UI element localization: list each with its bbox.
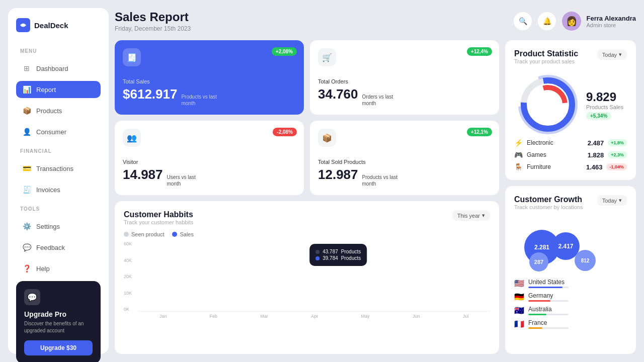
y-label: 40K: [124, 258, 132, 263]
feedback-icon: 💬: [22, 243, 31, 251]
report-icon: 📊: [22, 85, 31, 94]
stat-card-visitor: -2,08% 👥 Visitor 14.987 Users vs last mo…: [115, 121, 304, 195]
bubble-label: 2.417: [558, 243, 573, 250]
y-label: 10K: [124, 291, 132, 296]
menu-label: MENU: [20, 48, 101, 54]
header-left: Sales Report Friday, December 15th 2023: [115, 10, 191, 32]
sidebar-item-label: Help: [36, 265, 50, 273]
notification-button[interactable]: 🔔: [538, 12, 556, 30]
country-name: Australia: [528, 306, 569, 313]
category-label: Games: [527, 151, 546, 158]
chart-dropdown[interactable]: This year ▾: [452, 210, 490, 221]
app-container: DealDeck MENU ⊞ Dashboard 📊 Report 📦 Pro…: [0, 0, 644, 362]
y-axis: 60K 40K 20K 10K 0K: [124, 241, 134, 312]
panel-header: Product Statistic Track your product sal…: [514, 49, 627, 70]
stat-value: 34.760: [318, 86, 358, 102]
category-value: 1.463: [586, 163, 603, 171]
sidebar-item-label: Dashboard: [36, 65, 68, 72]
sales-icon: 🧾: [123, 48, 141, 66]
stat-value-row: $612.917 Products vs last month: [123, 86, 296, 107]
product-stat-furniture: 🪑 Furniture 1.463 -1,04%: [514, 163, 627, 171]
sidebar-item-consumer[interactable]: 👤 Consumer: [16, 123, 101, 140]
x-label: Feb: [210, 314, 218, 319]
avatar: 👩: [562, 12, 581, 31]
category-label: Furniture: [527, 163, 551, 170]
page-date: Friday, December 15th 2023: [115, 25, 191, 32]
stat-sub: Products vs last month: [362, 174, 403, 187]
customer-growth-card: Customer Growth Track customer by locati…: [505, 186, 636, 354]
chart-sub: Track your customer habbits: [124, 219, 193, 225]
sidebar-item-label: Report: [36, 86, 56, 94]
sidebar-item-products[interactable]: 📦 Products: [16, 102, 101, 119]
tooltip-label-2: Products: [341, 255, 361, 261]
sidebar-item-label: Invoices: [36, 186, 60, 194]
legend-label: Seen product: [131, 231, 164, 237]
chart-header: Customer Habbits Track your customer hab…: [124, 210, 490, 229]
donut-area: 9.829 Products Sales +5,34%: [514, 74, 627, 135]
country-info: Germany: [528, 292, 569, 302]
chevron-down-icon: ▾: [619, 51, 622, 58]
product-stat-dropdown[interactable]: Today ▾: [597, 49, 627, 60]
stat-badge: +12,4%: [467, 47, 492, 56]
country-row-us: 🇺🇸 United States: [514, 279, 627, 288]
panel-title-block: Product Statistic Track your product sal…: [514, 49, 578, 70]
sidebar-item-dashboard[interactable]: ⊞ Dashboard: [16, 60, 101, 77]
bar-fill: [528, 287, 562, 288]
sidebar-item-transactions[interactable]: 💳 Transactions: [16, 160, 101, 177]
bubble-label: 812: [581, 258, 590, 263]
financial-label: FINANCIAL: [20, 148, 101, 154]
header-right: 🔍 🔔 👩 Ferra Alexandra Admin store: [514, 12, 636, 31]
upgrade-icon: 💬: [24, 289, 40, 305]
sidebar-item-report[interactable]: 📊 Report: [16, 81, 101, 98]
donut-badge: +5,34%: [586, 112, 611, 120]
bar-chart-container: 60K 40K 20K 10K 0K: [124, 241, 490, 319]
dropdown-label: Today: [602, 52, 617, 58]
sidebar-item-label: Consumer: [36, 128, 66, 136]
stat-value: $612.917: [123, 86, 177, 102]
donut-chart: [518, 74, 578, 135]
category-label: Electronic: [527, 139, 553, 146]
stat-value: 12.987: [318, 167, 358, 183]
growth-title: Customer Growth: [514, 195, 583, 204]
sidebar-item-settings[interactable]: ⚙️ Settings: [16, 218, 101, 235]
visitor-icon: 👥: [123, 129, 141, 147]
country-left: 🇦🇺 Australia: [514, 306, 569, 315]
country-left: 🇺🇸 United States: [514, 279, 569, 288]
chart-title-block: Customer Habbits Track your customer hab…: [124, 210, 193, 229]
tooltip-row-2: 39.784 Products: [315, 255, 361, 261]
legend-label: Sales: [180, 231, 194, 237]
tooltip-val: 43.787: [323, 249, 338, 254]
sidebar-item-label: Transactions: [36, 165, 73, 172]
settings-icon: ⚙️: [22, 222, 31, 230]
x-label: Jan: [159, 314, 167, 319]
product-stat-left: 🎮 Games: [514, 151, 546, 159]
stat-badge: -2,08%: [273, 128, 297, 136]
stat-badge: +2,08%: [272, 47, 297, 56]
country-info: United States: [528, 279, 569, 288]
stat-card-total-sales: +2,08% 🧾 Total Sales $612.917 Products v…: [115, 40, 304, 115]
orders-icon: 🛒: [318, 48, 336, 66]
bar-fill: [528, 314, 546, 315]
product-stat-right: 2.487 +1,8%: [588, 139, 627, 147]
upgrade-button[interactable]: Upgrade $30: [24, 340, 93, 355]
invoices-icon: 🧾: [22, 186, 31, 194]
svg-point-4: [520, 76, 576, 133]
category-badge: +2,3%: [608, 151, 627, 158]
legend-dot-blue: [172, 232, 177, 237]
sidebar-item-feedback[interactable]: 💬 Feedback: [16, 239, 101, 256]
flag-au: 🇦🇺: [514, 306, 524, 315]
country-name: France: [528, 319, 569, 326]
dropdown-label: This year: [457, 213, 480, 219]
country-name: United States: [528, 279, 569, 286]
country-bar: [528, 314, 569, 315]
sidebar-item-help[interactable]: ❓ Help: [16, 260, 101, 277]
search-button[interactable]: 🔍: [514, 12, 532, 30]
stat-label: Visitor: [123, 159, 296, 165]
sidebar-logo: DealDeck: [16, 18, 101, 32]
growth-dropdown[interactable]: Today ▾: [597, 195, 627, 206]
legend-dot-gray: [124, 232, 129, 237]
stat-label: Total Sold Products: [318, 159, 491, 165]
stat-value-row: 14.987 Users vs last month: [123, 167, 296, 187]
sidebar-item-invoices[interactable]: 🧾 Invoices: [16, 181, 101, 198]
games-icon: 🎮: [514, 151, 523, 159]
